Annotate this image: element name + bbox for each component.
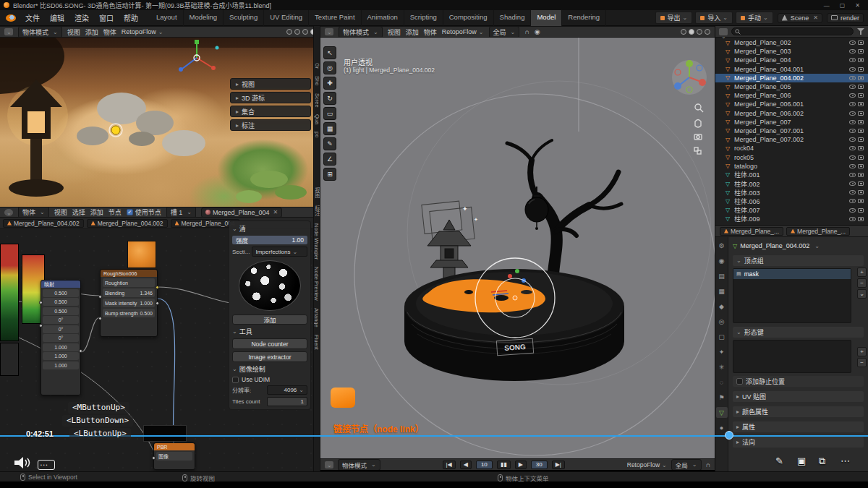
disable-in-render-icon[interactable] bbox=[858, 120, 864, 124]
shape-keys-list[interactable] bbox=[733, 340, 851, 373]
viewport-tool-button[interactable]: ◎ bbox=[323, 61, 336, 74]
node-param-row[interactable]: Blending1.346 bbox=[103, 288, 155, 297]
header-menu[interactable]: 视图 bbox=[67, 27, 80, 37]
sidebar-vertical-tab[interactable]: 标注 bbox=[313, 202, 320, 220]
mode-dropdown[interactable]: 物体模式 bbox=[339, 26, 383, 38]
resolution-field[interactable]: 4096 bbox=[267, 385, 307, 395]
node-value-field[interactable]: 1.000 bbox=[43, 343, 79, 351]
outliner-row[interactable]: 柱体.001 bbox=[715, 171, 868, 179]
color-ramp-node[interactable] bbox=[0, 244, 19, 341]
vertex-group-specials-icon[interactable]: ⌄ bbox=[857, 289, 867, 299]
input-socket[interactable] bbox=[39, 324, 43, 328]
window-control-button[interactable]: ✕ bbox=[855, 2, 860, 9]
rest-position-row[interactable]: 添加静止位置 bbox=[733, 376, 864, 387]
node-value-field[interactable]: 0° bbox=[43, 334, 79, 342]
disable-in-render-icon[interactable] bbox=[858, 111, 864, 116]
window-control-button[interactable]: — bbox=[824, 2, 830, 9]
properties-tab[interactable]: ◎ bbox=[716, 316, 728, 327]
menu-item[interactable]: 帮助 bbox=[119, 11, 143, 25]
sidebar-vertical-tab[interactable]: Node Wrangler bbox=[313, 220, 320, 263]
properties-tab[interactable]: ▢ bbox=[716, 331, 728, 342]
mode-dropdown[interactable]: 物体模式 bbox=[338, 459, 380, 471]
output-node[interactable]: PBR 图像 bbox=[153, 442, 195, 470]
rendered-shading-icon[interactable] bbox=[705, 29, 710, 35]
sidebar-vertical-tab[interactable]: Sho bbox=[314, 72, 320, 89]
disable-in-render-icon[interactable] bbox=[858, 173, 864, 177]
properties-tab[interactable]: ⚑ bbox=[716, 392, 728, 403]
hide-in-viewport-icon[interactable] bbox=[849, 40, 856, 45]
current-frame-field[interactable]: 10 bbox=[476, 461, 493, 469]
udim-checkbox[interactable]: Use UDIM bbox=[232, 376, 307, 383]
hide-in-viewport-icon[interactable] bbox=[849, 217, 856, 221]
hide-in-viewport-icon[interactable] bbox=[849, 85, 856, 89]
node-value-field[interactable]: 0° bbox=[43, 325, 79, 333]
disable-in-render-icon[interactable] bbox=[858, 102, 864, 106]
add-button[interactable]: 添加 bbox=[232, 314, 307, 325]
material-shading-icon[interactable] bbox=[697, 29, 702, 35]
hide-in-viewport-icon[interactable] bbox=[849, 155, 856, 160]
outliner-row[interactable]: 柱体.006 bbox=[715, 197, 868, 205]
collapsed-section-header[interactable]: 法向 bbox=[733, 437, 864, 448]
outliner-row[interactable]: Merged_Plane_005 bbox=[715, 82, 868, 91]
disable-in-render-icon[interactable] bbox=[858, 58, 864, 62]
header-menu[interactable]: 物体 bbox=[424, 27, 437, 37]
workspace-tab[interactable]: Modeling bbox=[184, 10, 224, 26]
hide-in-viewport-icon[interactable] bbox=[849, 102, 856, 106]
node-param-row[interactable]: Bump strength0.500 bbox=[103, 309, 155, 317]
snapshot-icon[interactable]: ▣ bbox=[797, 455, 806, 466]
menu-item[interactable]: 编辑 bbox=[45, 11, 69, 25]
menu-item[interactable]: 文件 bbox=[20, 11, 45, 25]
color-swatch[interactable] bbox=[143, 425, 187, 442]
view-layer-selector[interactable]: render bbox=[827, 13, 864, 23]
outliner-row[interactable]: Merged_Plane_006.001 bbox=[715, 100, 868, 108]
remove-shape-key-button[interactable]: − bbox=[857, 358, 867, 367]
disable-in-render-icon[interactable] bbox=[858, 76, 864, 80]
tool-button[interactable]: Image extractor bbox=[232, 351, 307, 362]
workspace-tab[interactable]: UV Editing bbox=[264, 10, 309, 26]
outliner-row[interactable]: Merged_Plane_007 bbox=[715, 118, 868, 127]
sidebar-panel-header[interactable]: 视图 bbox=[230, 78, 311, 90]
sidebar-vertical-tab[interactable]: Node Preview bbox=[313, 263, 320, 304]
workspace-tab[interactable]: Sculpting bbox=[224, 10, 264, 26]
sidebar-vertical-tab[interactable]: Fluent bbox=[313, 331, 320, 354]
node-param-row[interactable]: Mask intensity1.000 bbox=[103, 299, 155, 307]
disable-in-render-icon[interactable] bbox=[858, 129, 864, 133]
mapping-node[interactable]: 映射 0.5000.5000.5000°0°0°1.0001.0001.000 bbox=[41, 280, 81, 395]
hide-in-viewport-icon[interactable] bbox=[849, 181, 856, 186]
disable-in-render-icon[interactable] bbox=[858, 146, 864, 150]
3d-viewport[interactable]: ✦ ✦ bbox=[320, 38, 715, 458]
properties-tab[interactable]: ▦ bbox=[716, 286, 728, 296]
properties-tab[interactable]: ⚙ bbox=[716, 240, 728, 251]
outliner-row[interactable]: 柱体.007 bbox=[715, 206, 868, 215]
play-button[interactable]: ▶ bbox=[515, 461, 527, 469]
node-title[interactable]: RoughSion006 bbox=[101, 270, 157, 277]
menu-item[interactable]: 渲染 bbox=[69, 11, 94, 25]
outliner-row[interactable]: Merged_Plane_006 bbox=[715, 91, 868, 100]
retopoflow-menu[interactable]: RetopoFlow bbox=[122, 28, 163, 35]
input-socket[interactable] bbox=[39, 301, 43, 304]
node-value-field[interactable]: 0.500 bbox=[43, 298, 79, 306]
jump-to-end-button[interactable]: ▶| bbox=[552, 461, 565, 469]
workspace-tab[interactable]: Compositing bbox=[443, 10, 494, 26]
node-value-field[interactable]: 1.000 bbox=[43, 352, 79, 360]
material-shading-icon[interactable] bbox=[302, 29, 308, 35]
sidebar-panel-header[interactable]: 集合 bbox=[230, 106, 311, 117]
scene-unlink-icon[interactable]: ✕ bbox=[813, 14, 818, 21]
viewport-tool-button[interactable]: ∠ bbox=[323, 153, 336, 166]
rest-position-checkbox[interactable] bbox=[736, 378, 743, 385]
node-title[interactable]: 映射 bbox=[41, 281, 80, 288]
disable-in-render-icon[interactable] bbox=[858, 217, 864, 221]
imperfections-dropdown[interactable]: Imperfections bbox=[252, 247, 307, 257]
header-menu[interactable]: 添加 bbox=[90, 207, 103, 217]
viewport-tool-button[interactable]: ▭ bbox=[323, 107, 336, 120]
outliner-search-input[interactable] bbox=[731, 27, 854, 35]
workspace-tab[interactable]: Texture Paint bbox=[309, 10, 361, 26]
collapsed-section-header[interactable]: 属性 bbox=[733, 421, 864, 432]
topbar-addon-button[interactable]: 导入 bbox=[695, 12, 733, 24]
output-socket[interactable] bbox=[156, 301, 159, 305]
disable-in-render-icon[interactable] bbox=[858, 190, 864, 194]
viewport-tool-button[interactable]: ↖ bbox=[323, 46, 336, 59]
material-datablock[interactable]: Merged_Plane_004 ✕ bbox=[201, 207, 282, 218]
pause-button[interactable]: ▮▮ bbox=[497, 461, 511, 469]
viewport-tool-button[interactable]: ✚ bbox=[323, 77, 336, 90]
